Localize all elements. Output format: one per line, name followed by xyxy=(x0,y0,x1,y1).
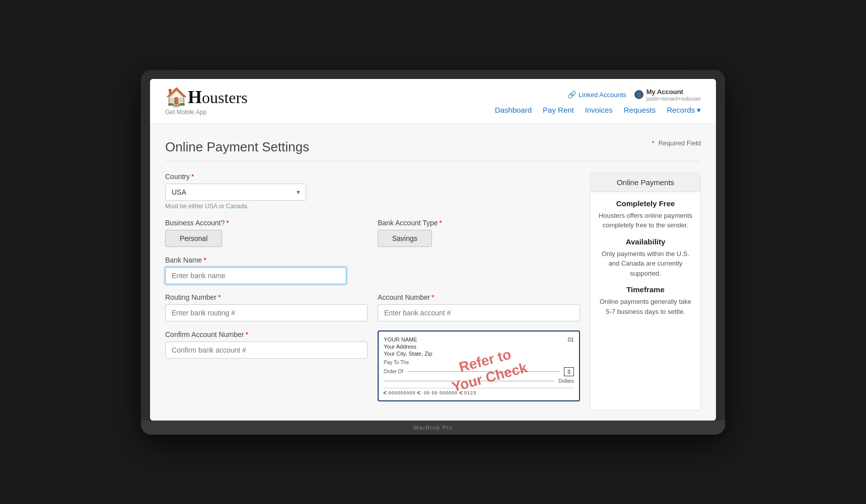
sidebar-section-timeframe-text: Online payments generally take 5-7 busin… xyxy=(598,297,693,316)
country-required: * xyxy=(191,173,194,181)
sidebar-section-free-text: Housters offers online payments complete… xyxy=(598,211,693,230)
check-image: 01 YOUR NAME Your Address Your City, Sta… xyxy=(378,330,580,401)
laptop-base: MacBook Pro xyxy=(141,421,725,435)
confirm-account-input[interactable] xyxy=(165,342,368,359)
nav-requests[interactable]: Requests xyxy=(624,106,656,114)
bank-account-type-label: Bank Account Type * xyxy=(378,219,580,227)
check-number: 01 xyxy=(568,337,574,343)
content-row: Country * USA Canada Must be either USA … xyxy=(165,173,701,410)
page-title: Online Payment Settings xyxy=(165,139,309,155)
nav-dashboard[interactable]: Dashboard xyxy=(495,106,532,114)
chevron-down-icon: ▾ xyxy=(697,106,701,115)
check-city: Your City, State, Zip xyxy=(384,351,574,357)
confirm-account-label: Confirm Account Number * xyxy=(165,330,368,339)
main-content: Online Payment Settings * Required Field… xyxy=(150,124,716,421)
nav-records-label: Records xyxy=(667,106,695,114)
my-account-info: My Account justin+tenant+subuser xyxy=(646,88,701,102)
top-links: 🔗 Linked Accounts 👤 My Account justin+te… xyxy=(567,88,701,102)
nav-pay-rent[interactable]: Pay Rent xyxy=(543,106,574,114)
linked-accounts-label: Linked Accounts xyxy=(579,91,626,99)
bank-name-input[interactable] xyxy=(165,267,346,284)
laptop-screen: 🏠 Housters Get Mobile App 🔗 Linked Accou… xyxy=(150,79,716,421)
linked-accounts-link[interactable]: 🔗 Linked Accounts xyxy=(567,91,626,99)
bank-name-group: Bank Name * xyxy=(165,256,580,284)
check-address: Your Address xyxy=(384,344,574,350)
account-number-label: Account Number * xyxy=(378,293,580,301)
routing-number-group: Routing Number * xyxy=(165,293,368,321)
check-dollars-line: Dollars xyxy=(384,378,574,384)
link-icon: 🔗 xyxy=(567,91,576,99)
sidebar-section-timeframe-title: Timeframe xyxy=(598,285,693,294)
required-field-label: Required Field xyxy=(658,139,701,147)
page-header: Online Payment Settings * Required Field xyxy=(165,139,701,155)
sidebar-section-availability-text: Only payments within the U.S. and Canada… xyxy=(598,249,693,279)
business-account-toggle: Personal xyxy=(165,230,368,247)
savings-button[interactable]: Savings xyxy=(378,230,432,247)
routing-number-input[interactable] xyxy=(165,304,368,321)
country-label: Country * xyxy=(165,173,580,181)
laptop-base-label: MacBook Pro xyxy=(413,425,452,431)
country-select[interactable]: USA Canada xyxy=(165,184,306,201)
nav-records-dropdown[interactable]: Records ▾ xyxy=(667,106,701,115)
confirm-check-row: Confirm Account Number * 01 YOUR NAME Yo… xyxy=(165,330,580,410)
logo-area: 🏠 Housters xyxy=(165,87,248,108)
check-pay-to: Pay To The Order Of $ xyxy=(384,360,574,376)
country-hint: Must be either USA or Canada. xyxy=(165,203,580,210)
check-your-name: YOUR NAME xyxy=(384,337,574,343)
bank-account-type-toggle: Savings xyxy=(378,230,580,247)
check-routing-line: ⑆ 000000000 ⑆: 00 00 000000 ⑆ 0123 xyxy=(384,388,574,395)
sidebar-panel: Online Payments Completely Free Housters… xyxy=(590,173,701,410)
personal-button[interactable]: Personal xyxy=(165,230,222,247)
country-select-wrapper: USA Canada xyxy=(165,184,306,201)
user-icon: 👤 xyxy=(634,90,643,99)
bank-account-type-group: Bank Account Type * Savings xyxy=(378,219,580,247)
bank-name-label: Bank Name * xyxy=(165,256,580,264)
form-area: Country * USA Canada Must be either USA … xyxy=(165,173,580,410)
business-account-group: Business Account? * Personal xyxy=(165,219,368,247)
header: 🏠 Housters Get Mobile App 🔗 Linked Accou… xyxy=(150,79,716,124)
check-amount-line: Order Of $ xyxy=(384,367,574,376)
divider xyxy=(165,161,701,161)
check-amount-box: $ xyxy=(564,367,574,376)
my-account-sub: justin+tenant+subuser xyxy=(646,96,701,102)
nav-invoices[interactable]: Invoices xyxy=(585,106,613,114)
laptop-frame: 🏠 Housters Get Mobile App 🔗 Linked Accou… xyxy=(141,70,725,435)
logo-icon: 🏠 xyxy=(165,87,187,108)
required-field-note: * Required Field xyxy=(652,139,701,147)
routing-number-label: Routing Number * xyxy=(165,293,368,301)
sidebar-panel-body: Completely Free Housters offers online p… xyxy=(591,192,700,331)
nav-links: Dashboard Pay Rent Invoices Requests Rec… xyxy=(495,106,701,115)
logo-text: Housters xyxy=(188,87,248,108)
my-account-title: My Account xyxy=(646,88,683,96)
my-account[interactable]: 👤 My Account justin+tenant+subuser xyxy=(634,88,701,102)
confirm-account-group: Confirm Account Number * xyxy=(165,330,368,401)
account-number-group: Account Number * xyxy=(378,293,580,321)
account-number-input[interactable] xyxy=(378,304,580,321)
routing-account-row: Routing Number * Account Number * xyxy=(165,293,580,330)
check-image-group: 01 YOUR NAME Your Address Your City, Sta… xyxy=(378,330,580,401)
country-group: Country * USA Canada Must be either USA … xyxy=(165,173,580,210)
get-mobile-link[interactable]: Get Mobile App xyxy=(165,109,248,116)
account-type-row: Business Account? * Personal Bank Accoun… xyxy=(165,219,580,256)
header-left: 🏠 Housters Get Mobile App xyxy=(165,87,248,116)
sidebar-section-availability-title: Availability xyxy=(598,237,693,246)
business-account-label: Business Account? * xyxy=(165,219,368,227)
sidebar-section-free-title: Completely Free xyxy=(598,199,693,208)
sidebar-panel-header: Online Payments xyxy=(591,173,700,192)
asterisk-icon: * xyxy=(652,139,655,147)
header-right: 🔗 Linked Accounts 👤 My Account justin+te… xyxy=(495,88,701,115)
